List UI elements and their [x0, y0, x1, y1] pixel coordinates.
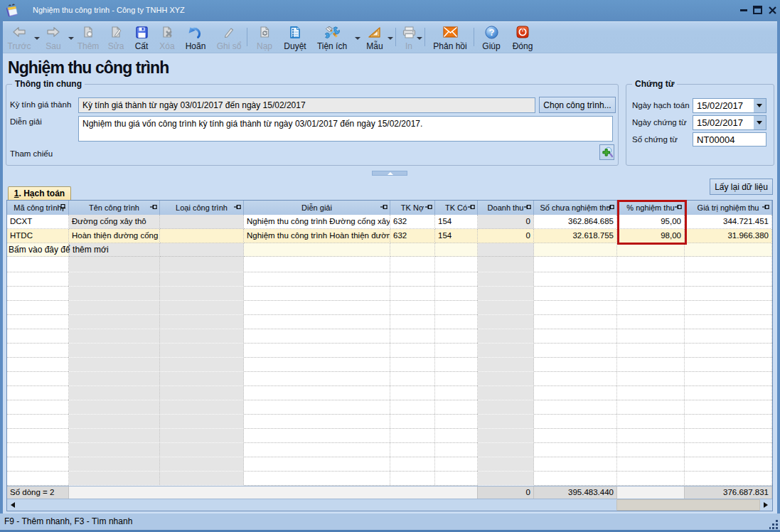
- svg-text:?: ?: [488, 28, 494, 38]
